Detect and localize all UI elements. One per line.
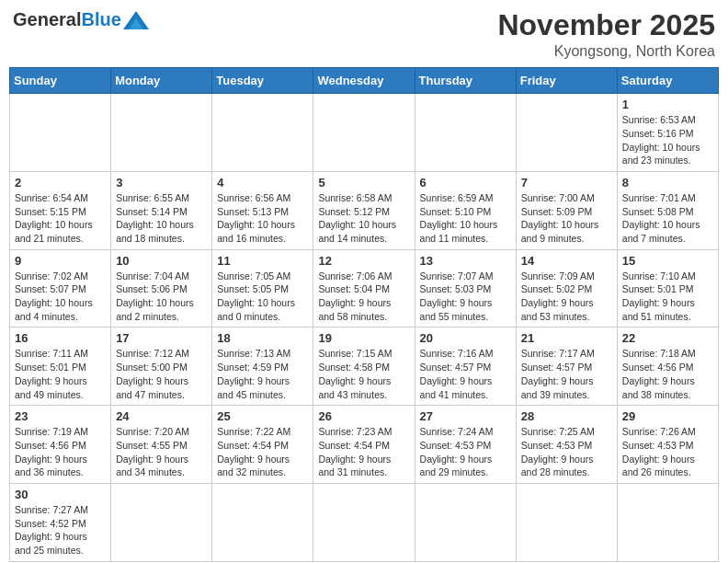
- calendar-week-row: 2Sunrise: 6:54 AMSunset: 5:15 PMDaylight…: [10, 171, 719, 249]
- calendar-cell: 26Sunrise: 7:23 AMSunset: 4:54 PMDayligh…: [313, 406, 415, 484]
- calendar-cell: 21Sunrise: 7:17 AMSunset: 4:57 PMDayligh…: [516, 327, 617, 406]
- calendar-cell: 16Sunrise: 7:11 AMSunset: 5:01 PMDayligh…: [10, 327, 111, 406]
- calendar-cell: 20Sunrise: 7:16 AMSunset: 4:57 PMDayligh…: [415, 327, 516, 406]
- day-info: Sunrise: 7:26 AMSunset: 4:53 PMDaylight:…: [622, 425, 713, 479]
- calendar-cell: [415, 94, 516, 172]
- calendar-cell: 12Sunrise: 7:06 AMSunset: 5:04 PMDayligh…: [313, 249, 415, 327]
- calendar-week-row: 1Sunrise: 6:53 AMSunset: 5:16 PMDaylight…: [10, 94, 719, 172]
- day-info: Sunrise: 7:20 AMSunset: 4:55 PMDaylight:…: [116, 425, 207, 479]
- day-info: Sunrise: 6:55 AMSunset: 5:14 PMDaylight:…: [116, 191, 207, 246]
- day-info: Sunrise: 7:01 AMSunset: 5:08 PMDaylight:…: [622, 191, 713, 246]
- weekday-header-wednesday: Wednesday: [313, 68, 415, 94]
- calendar-cell: 19Sunrise: 7:15 AMSunset: 4:58 PMDayligh…: [313, 327, 415, 406]
- day-number: 24: [116, 409, 207, 423]
- day-info: Sunrise: 6:54 AMSunset: 5:15 PMDaylight:…: [15, 191, 106, 246]
- day-info: Sunrise: 6:53 AMSunset: 5:16 PMDaylight:…: [622, 113, 713, 167]
- day-number: 7: [521, 176, 612, 190]
- day-info: Sunrise: 6:56 AMSunset: 5:13 PMDaylight:…: [217, 191, 308, 246]
- day-number: 2: [15, 176, 106, 190]
- calendar-cell: 28Sunrise: 7:25 AMSunset: 4:53 PMDayligh…: [516, 406, 617, 484]
- calendar-cell: 30Sunrise: 7:27 AMSunset: 4:52 PMDayligh…: [10, 483, 111, 561]
- calendar-cell: [313, 483, 415, 561]
- day-number: 5: [318, 176, 409, 190]
- day-number: 17: [116, 331, 207, 345]
- day-number: 20: [420, 331, 511, 345]
- calendar-week-row: 23Sunrise: 7:19 AMSunset: 4:56 PMDayligh…: [10, 406, 719, 484]
- calendar-cell: 3Sunrise: 6:55 AMSunset: 5:14 PMDaylight…: [111, 171, 212, 249]
- calendar-cell: 6Sunrise: 6:59 AMSunset: 5:10 PMDaylight…: [415, 171, 516, 249]
- day-number: 12: [318, 254, 409, 268]
- weekday-header-tuesday: Tuesday: [212, 68, 313, 94]
- calendar-cell: [111, 94, 212, 172]
- weekday-header-thursday: Thursday: [415, 68, 516, 94]
- calendar-cell: 27Sunrise: 7:24 AMSunset: 4:53 PMDayligh…: [415, 406, 516, 484]
- logo: General Blue: [13, 9, 149, 30]
- calendar-cell: [212, 483, 313, 561]
- calendar-cell: 25Sunrise: 7:22 AMSunset: 4:54 PMDayligh…: [212, 406, 313, 484]
- logo-blue-text: Blue: [81, 9, 120, 30]
- day-info: Sunrise: 7:19 AMSunset: 4:56 PMDaylight:…: [15, 425, 106, 479]
- calendar-cell: [111, 483, 212, 561]
- calendar-cell: 1Sunrise: 6:53 AMSunset: 5:16 PMDaylight…: [617, 94, 718, 172]
- day-number: 4: [217, 176, 308, 190]
- day-info: Sunrise: 7:05 AMSunset: 5:05 PMDaylight:…: [217, 270, 308, 324]
- day-info: Sunrise: 7:13 AMSunset: 4:59 PMDaylight:…: [217, 347, 308, 401]
- calendar-cell: 24Sunrise: 7:20 AMSunset: 4:55 PMDayligh…: [111, 406, 212, 484]
- calendar-week-row: 16Sunrise: 7:11 AMSunset: 5:01 PMDayligh…: [10, 327, 719, 406]
- calendar-cell: 11Sunrise: 7:05 AMSunset: 5:05 PMDayligh…: [212, 249, 313, 327]
- day-info: Sunrise: 7:22 AMSunset: 4:54 PMDaylight:…: [217, 425, 308, 479]
- day-info: Sunrise: 7:00 AMSunset: 5:09 PMDaylight:…: [521, 191, 612, 246]
- day-number: 15: [622, 254, 713, 268]
- day-number: 23: [15, 409, 106, 423]
- weekday-header-row: SundayMondayTuesdayWednesdayThursdayFrid…: [10, 68, 719, 94]
- day-number: 11: [217, 254, 308, 268]
- day-number: 27: [420, 409, 511, 423]
- calendar-cell: [516, 94, 617, 172]
- calendar-cell: [212, 94, 313, 172]
- day-number: 19: [318, 331, 409, 345]
- day-info: Sunrise: 7:25 AMSunset: 4:53 PMDaylight:…: [521, 425, 612, 479]
- calendar-cell: 23Sunrise: 7:19 AMSunset: 4:56 PMDayligh…: [10, 406, 111, 484]
- day-number: 30: [15, 488, 106, 501]
- calendar-cell: 2Sunrise: 6:54 AMSunset: 5:15 PMDaylight…: [10, 171, 111, 249]
- calendar-cell: [617, 483, 718, 561]
- calendar-week-row: 30Sunrise: 7:27 AMSunset: 4:52 PMDayligh…: [10, 483, 719, 561]
- calendar-cell: 4Sunrise: 6:56 AMSunset: 5:13 PMDaylight…: [212, 171, 313, 249]
- day-info: Sunrise: 7:07 AMSunset: 5:03 PMDaylight:…: [420, 270, 511, 324]
- weekday-header-monday: Monday: [111, 68, 212, 94]
- day-info: Sunrise: 7:09 AMSunset: 5:02 PMDaylight:…: [521, 270, 612, 324]
- calendar-cell: 17Sunrise: 7:12 AMSunset: 5:00 PMDayligh…: [111, 327, 212, 406]
- day-number: 3: [116, 176, 207, 190]
- day-number: 22: [622, 331, 713, 345]
- calendar-cell: 7Sunrise: 7:00 AMSunset: 5:09 PMDaylight…: [516, 171, 617, 249]
- day-number: 6: [420, 176, 511, 190]
- day-info: Sunrise: 7:24 AMSunset: 4:53 PMDaylight:…: [420, 425, 511, 479]
- logo-general-text: General: [13, 9, 81, 30]
- title-section: November 2025 Kyongsong, North Korea: [497, 9, 715, 60]
- day-info: Sunrise: 6:59 AMSunset: 5:10 PMDaylight:…: [420, 191, 511, 246]
- weekday-header-saturday: Saturday: [617, 68, 718, 94]
- day-number: 1: [622, 98, 713, 111]
- day-number: 13: [420, 254, 511, 268]
- calendar-cell: 5Sunrise: 6:58 AMSunset: 5:12 PMDaylight…: [313, 171, 415, 249]
- day-info: Sunrise: 7:16 AMSunset: 4:57 PMDaylight:…: [420, 347, 511, 401]
- weekday-header-sunday: Sunday: [10, 68, 111, 94]
- day-info: Sunrise: 7:06 AMSunset: 5:04 PMDaylight:…: [318, 270, 409, 324]
- calendar-cell: 10Sunrise: 7:04 AMSunset: 5:06 PMDayligh…: [111, 249, 212, 327]
- day-number: 8: [622, 176, 713, 190]
- day-number: 16: [15, 331, 106, 345]
- calendar-cell: 13Sunrise: 7:07 AMSunset: 5:03 PMDayligh…: [415, 249, 516, 327]
- calendar-cell: [415, 483, 516, 561]
- day-number: 9: [15, 254, 106, 268]
- calendar-cell: [313, 94, 415, 172]
- day-number: 26: [318, 409, 409, 423]
- day-info: Sunrise: 7:23 AMSunset: 4:54 PMDaylight:…: [318, 425, 409, 479]
- day-number: 14: [521, 254, 612, 268]
- day-number: 25: [217, 409, 308, 423]
- calendar-cell: [516, 483, 617, 561]
- header: General Blue November 2025 Kyongsong, No…: [9, 9, 719, 60]
- calendar-cell: [10, 94, 111, 172]
- day-info: Sunrise: 7:18 AMSunset: 4:56 PMDaylight:…: [622, 347, 713, 401]
- calendar-cell: 14Sunrise: 7:09 AMSunset: 5:02 PMDayligh…: [516, 249, 617, 327]
- calendar-cell: 18Sunrise: 7:13 AMSunset: 4:59 PMDayligh…: [212, 327, 313, 406]
